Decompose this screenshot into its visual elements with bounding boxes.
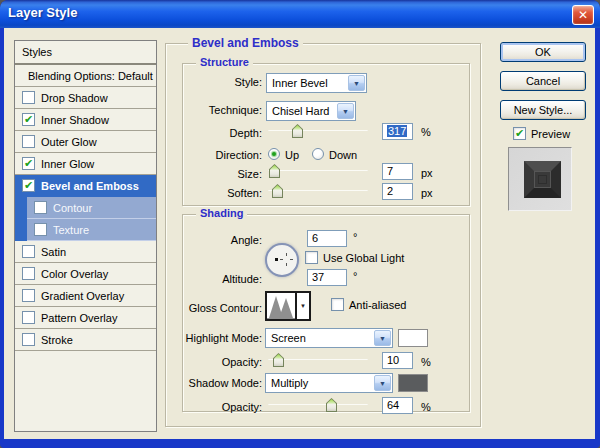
slider-track[interactable] xyxy=(268,404,368,405)
technique-dropdown[interactable]: Chisel Hard ▼ xyxy=(266,101,356,121)
style-item-label: Inner Glow xyxy=(41,158,94,170)
style-label: Style: xyxy=(176,76,262,88)
style-item-label: Texture xyxy=(53,224,89,236)
anti-aliased-label: Anti-aliased xyxy=(349,299,406,311)
slider-thumb[interactable] xyxy=(273,353,284,367)
slider-thumb[interactable] xyxy=(269,164,280,178)
shadow-opacity-slider[interactable] xyxy=(268,398,368,413)
style-item-label: Pattern Overlay xyxy=(41,312,117,324)
style-list-item-stroke[interactable]: Stroke xyxy=(15,329,156,351)
style-list-item-inner-shadow[interactable]: ✔Inner Shadow xyxy=(15,109,156,131)
depth-unit: % xyxy=(421,126,431,138)
style-list-item-pattern-overlay[interactable]: Pattern Overlay xyxy=(15,307,156,329)
checked-checkbox[interactable]: ✔ xyxy=(22,179,35,192)
slider-track[interactable] xyxy=(268,190,368,191)
new-style-button[interactable]: New Style... xyxy=(500,100,586,120)
chevron-down-icon[interactable]: ▼ xyxy=(297,293,309,319)
angle-dial[interactable] xyxy=(265,243,299,277)
depth-label: Depth: xyxy=(176,127,262,139)
depth-input[interactable]: 317 xyxy=(382,123,413,140)
shadow-mode-dropdown[interactable]: Multiply ▼ xyxy=(265,373,393,393)
soften-input[interactable]: 2 xyxy=(382,183,413,200)
styles-list-header: Styles xyxy=(15,41,156,65)
gloss-contour-picker[interactable]: ▼ xyxy=(265,291,311,321)
direction-up-radio[interactable] xyxy=(268,148,280,160)
angle-unit: ° xyxy=(353,231,357,243)
chevron-down-icon[interactable]: ▼ xyxy=(374,330,391,346)
preview-checkbox[interactable]: ✔ xyxy=(513,127,526,140)
style-list-item-gradient-overlay[interactable]: Gradient Overlay xyxy=(15,285,156,307)
chevron-down-icon[interactable]: ▼ xyxy=(337,103,354,119)
style-list-item-outer-glow[interactable]: Outer Glow xyxy=(15,131,156,153)
depth-value-selected: 317 xyxy=(387,125,407,137)
unchecked-checkbox[interactable] xyxy=(34,201,47,214)
style-item-label: Outer Glow xyxy=(41,136,97,148)
checked-checkbox[interactable]: ✔ xyxy=(22,113,35,126)
style-list-item-drop-shadow[interactable]: Drop Shadow xyxy=(15,87,156,109)
style-list-item-color-overlay[interactable]: Color Overlay xyxy=(15,263,156,285)
angle-input[interactable]: 6 xyxy=(307,230,347,247)
style-item-label: Inner Shadow xyxy=(41,114,109,126)
chevron-down-icon[interactable]: ▼ xyxy=(348,75,365,91)
altitude-input[interactable]: 37 xyxy=(307,269,347,286)
style-item-label: Stroke xyxy=(41,334,73,346)
altitude-label: Altitude: xyxy=(176,273,262,285)
angle-dial-marker xyxy=(267,245,297,275)
unchecked-checkbox[interactable] xyxy=(22,91,35,104)
highlight-opacity-unit: % xyxy=(421,356,431,368)
style-dropdown[interactable]: Inner Bevel ▼ xyxy=(266,73,367,93)
contour-thumbnail-icon[interactable] xyxy=(267,293,297,319)
cancel-button[interactable]: Cancel xyxy=(500,71,586,91)
technique-label: Technique: xyxy=(176,104,262,116)
ok-button[interactable]: OK xyxy=(500,42,586,62)
chevron-down-icon[interactable]: ▼ xyxy=(374,375,391,391)
slider-thumb[interactable] xyxy=(272,184,283,198)
style-item-label: Bevel and Emboss xyxy=(41,180,139,192)
highlight-mode-label: Highlight Mode: xyxy=(176,332,262,344)
unchecked-checkbox[interactable] xyxy=(34,223,47,236)
highlight-mode-dropdown[interactable]: Screen ▼ xyxy=(265,328,393,348)
unchecked-checkbox[interactable] xyxy=(22,135,35,148)
size-slider[interactable] xyxy=(268,164,368,179)
title-bar[interactable]: Layer Style ✕ xyxy=(0,0,600,28)
soften-slider[interactable] xyxy=(268,184,368,199)
size-unit: px xyxy=(421,167,433,179)
slider-thumb[interactable] xyxy=(292,124,303,138)
slider-thumb[interactable] xyxy=(326,398,337,412)
soften-unit: px xyxy=(421,187,433,199)
style-list-item-contour[interactable]: Contour xyxy=(15,197,156,219)
gloss-contour-label: Gloss Contour: xyxy=(176,302,262,314)
depth-slider[interactable] xyxy=(268,124,368,139)
shadow-color-swatch[interactable] xyxy=(398,374,428,392)
unchecked-checkbox[interactable] xyxy=(22,333,35,346)
style-list-item-satin[interactable]: Satin xyxy=(15,241,156,263)
highlight-mode-value: Screen xyxy=(271,332,306,344)
unchecked-checkbox[interactable] xyxy=(22,267,35,280)
unchecked-checkbox[interactable] xyxy=(22,245,35,258)
size-input[interactable]: 7 xyxy=(382,163,413,180)
panel-title: Bevel and Emboss xyxy=(188,36,303,50)
highlight-color-swatch[interactable] xyxy=(398,329,428,347)
unchecked-checkbox[interactable] xyxy=(22,289,35,302)
direction-down-label: Down xyxy=(329,149,357,161)
unchecked-checkbox[interactable] xyxy=(22,311,35,324)
style-list-item-blending-options-default[interactable]: Blending Options: Default xyxy=(15,65,156,87)
style-list-item-bevel-and-emboss[interactable]: ✔Bevel and Emboss xyxy=(15,175,156,197)
checked-checkbox[interactable]: ✔ xyxy=(22,157,35,170)
anti-aliased-checkbox[interactable] xyxy=(331,298,344,311)
close-icon[interactable]: ✕ xyxy=(572,5,594,25)
style-list-item-texture[interactable]: Texture xyxy=(15,219,156,241)
style-list-item-inner-glow[interactable]: ✔Inner Glow xyxy=(15,153,156,175)
highlight-opacity-label: Opacity: xyxy=(176,356,262,368)
style-item-label: Satin xyxy=(41,246,66,258)
styles-list: Styles Blending Options: DefaultDrop Sha… xyxy=(14,40,157,432)
style-dropdown-value: Inner Bevel xyxy=(272,77,328,89)
slider-track[interactable] xyxy=(268,170,368,171)
highlight-opacity-input[interactable]: 10 xyxy=(382,352,413,369)
use-global-light-checkbox[interactable] xyxy=(305,251,318,264)
slider-track[interactable] xyxy=(268,130,368,131)
highlight-opacity-slider[interactable] xyxy=(268,353,368,368)
shadow-opacity-input[interactable]: 64 xyxy=(382,397,413,414)
style-item-label: Contour xyxy=(53,202,92,214)
direction-down-radio[interactable] xyxy=(312,148,324,160)
